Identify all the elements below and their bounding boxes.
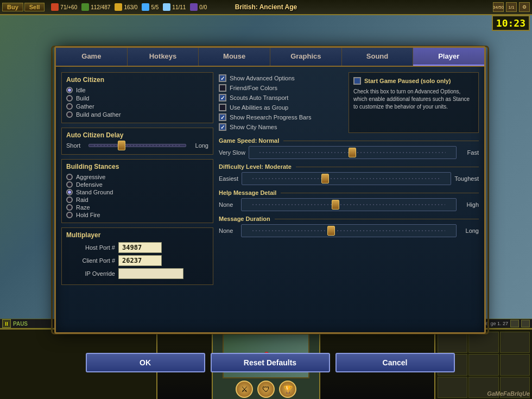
- radio-raid[interactable]: Raid: [66, 197, 208, 203]
- tab-player[interactable]: Player: [413, 48, 484, 66]
- radio-gather-circle: [66, 103, 73, 110]
- pop-icon: [142, 3, 149, 11]
- radio-build-gather-label: Build and Gather: [76, 111, 121, 118]
- pop2-value: 11/11: [172, 4, 186, 10]
- action-cell-6[interactable]: [500, 354, 530, 375]
- bottom-icon-2[interactable]: 🛡: [257, 381, 275, 398]
- ip-override-input[interactable]: [118, 268, 183, 279]
- units-icon: 34/50: [493, 2, 504, 12]
- checkbox-scouts-transport[interactable]: Scouts Auto Transport: [219, 94, 344, 102]
- action-cell-3[interactable]: [500, 332, 530, 353]
- help-message-right: High: [460, 201, 479, 208]
- gold-resource: 163/0: [115, 3, 137, 11]
- info-box-header: Start Game Paused (solo only): [353, 77, 474, 85]
- radio-stand-ground[interactable]: Stand Ground: [66, 189, 208, 195]
- ok-button[interactable]: OK: [86, 353, 205, 372]
- checkbox-city-names-label: Show City Names: [230, 124, 277, 130]
- radio-build[interactable]: Build: [66, 95, 208, 102]
- difficulty-handle[interactable]: [321, 174, 329, 183]
- auto-citizen-section: Auto Citizen Idle Build Gather Build and…: [61, 72, 213, 123]
- radio-build-gather[interactable]: Build and Gather: [66, 111, 208, 118]
- checkbox-city-names-box: [219, 123, 226, 131]
- top-right-area: Show Advanced Options Friend/Foe Colors …: [219, 72, 479, 133]
- client-port-label: Client Port #: [66, 257, 115, 264]
- radio-defensive[interactable]: Defensive: [66, 181, 208, 188]
- bottom-icons: ⚔ 🛡 🏆: [236, 378, 296, 398]
- bottom-buttons: OK Reset Defaults Cancel: [54, 351, 486, 375]
- game-speed-track[interactable]: [249, 146, 457, 159]
- checkbox-friend-foe-label: Friend/Foe Colors: [230, 85, 277, 91]
- tab-mouse[interactable]: Mouse: [199, 48, 270, 66]
- action-cell-7[interactable]: [438, 377, 467, 398]
- radio-aggressive[interactable]: Aggressive: [66, 174, 208, 180]
- dialog-content: Auto Citizen Idle Build Gather Build and…: [56, 67, 484, 328]
- ip-override-label: IP Override: [66, 270, 115, 277]
- help-message-track[interactable]: [241, 198, 457, 211]
- wood-value: 112/487: [91, 4, 110, 10]
- radio-aggressive-label: Aggressive: [76, 174, 105, 180]
- radio-stand-ground-label: Stand Ground: [76, 189, 113, 195]
- checkbox-research-bars-box: [219, 113, 226, 121]
- delay-slider-track[interactable]: [88, 144, 186, 147]
- radio-hold-fire[interactable]: Hold Fire: [66, 212, 208, 218]
- watermark: GaMeFaBrIqUe: [487, 390, 530, 397]
- game-speed-handle[interactable]: [349, 148, 356, 157]
- delay-short-label: Short: [66, 142, 85, 149]
- food-resource: 71/+60: [51, 3, 77, 11]
- wood-resource: 112/487: [81, 3, 110, 11]
- cancel-button[interactable]: Cancel: [335, 353, 455, 372]
- left-column: Auto Citizen Idle Build Gather Build and…: [61, 72, 213, 323]
- buy-button[interactable]: Buy: [2, 3, 23, 11]
- pause-button[interactable]: ⏸: [2, 319, 11, 328]
- sell-button[interactable]: Sell: [24, 3, 45, 11]
- gold-value: 163/0: [124, 4, 137, 10]
- checkbox-research-bars-label: Show Research Progress Bars: [230, 114, 311, 121]
- checkbox-abilities-group-box: [219, 104, 226, 111]
- checkbox-research-bars[interactable]: Show Research Progress Bars: [219, 113, 344, 121]
- reset-defaults-button[interactable]: Reset Defaults: [211, 353, 330, 372]
- message-duration-group: Message Duration None Long: [219, 216, 479, 237]
- radio-raze[interactable]: Raze: [66, 204, 208, 211]
- tab-sound[interactable]: Sound: [342, 48, 414, 66]
- help-message-title: Help Message Detail: [219, 189, 479, 196]
- bottom-icon-3[interactable]: 🏆: [279, 381, 296, 398]
- checkbox-show-advanced[interactable]: Show Advanced Options: [219, 74, 344, 82]
- message-duration-right: Long: [460, 227, 479, 234]
- checkbox-abilities-group[interactable]: Use Abilities as Group: [219, 104, 344, 111]
- building-stances-section: Building Stances Aggressive Defensive St…: [61, 159, 213, 223]
- delay-long-label: Long: [189, 142, 208, 149]
- bottom-icon-1[interactable]: ⚔: [236, 381, 253, 398]
- game-speed-group: Game Speed: Normal Very Slow Fast: [219, 137, 479, 159]
- difficulty-right: Toughest: [454, 175, 479, 182]
- checkbox-friend-foe[interactable]: Friend/Foe Colors: [219, 84, 344, 92]
- radio-idle[interactable]: Idle: [66, 87, 208, 93]
- client-port-input[interactable]: [118, 255, 162, 266]
- options-small-button[interactable]: [510, 320, 519, 327]
- radio-build-gather-circle: [66, 111, 73, 118]
- checkbox-city-names[interactable]: Show City Names: [219, 123, 344, 131]
- food-value: 71/+60: [60, 4, 77, 10]
- settings-icon[interactable]: ⚙: [519, 2, 530, 12]
- gold-icon: [115, 3, 122, 11]
- delay-slider-handle[interactable]: [118, 141, 125, 150]
- game-speed-right: Fast: [460, 149, 479, 156]
- favor-icon: [190, 3, 198, 11]
- tab-hotkeys[interactable]: Hotkeys: [128, 48, 199, 66]
- radio-idle-circle: [66, 87, 73, 93]
- tab-game[interactable]: Game: [56, 48, 128, 66]
- host-port-input[interactable]: [118, 242, 162, 253]
- start-paused-checkbox[interactable]: [353, 77, 361, 85]
- difficulty-track[interactable]: [242, 172, 451, 185]
- tab-graphics[interactable]: Graphics: [270, 48, 342, 66]
- options-small-button2[interactable]: [521, 320, 530, 327]
- info-description: Check this box to turn on Advanced Optio…: [353, 88, 474, 111]
- radio-defensive-circle: [66, 181, 73, 188]
- auto-citizen-delay-header: Auto Citizen Delay: [66, 131, 208, 139]
- help-message-handle[interactable]: [332, 200, 339, 210]
- radio-gather[interactable]: Gather: [66, 103, 208, 110]
- action-cell-1[interactable]: [438, 332, 467, 353]
- action-cell-2[interactable]: [468, 332, 498, 353]
- message-duration-track[interactable]: [241, 224, 457, 237]
- message-duration-left: None: [219, 227, 238, 234]
- message-duration-handle[interactable]: [327, 226, 335, 236]
